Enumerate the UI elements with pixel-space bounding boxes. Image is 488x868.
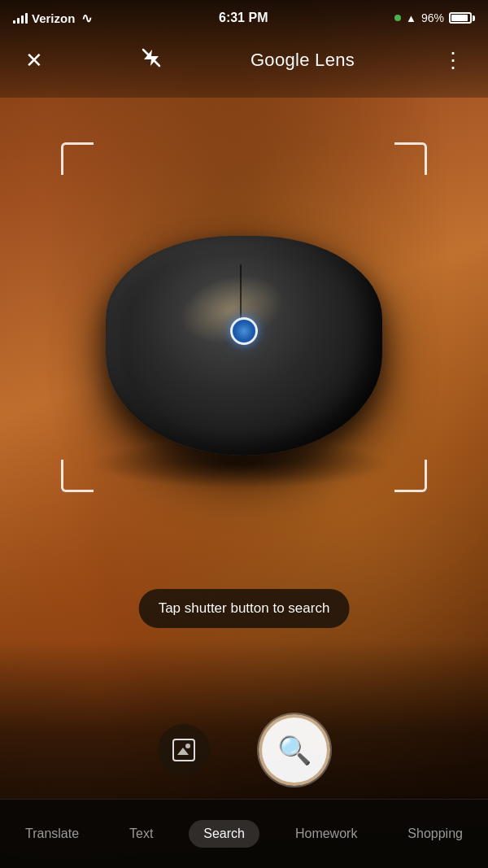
location-dot [394,15,401,21]
tab-shopping[interactable]: Shopping [393,820,477,848]
signal-bar-1 [13,20,15,24]
top-bar: ✕ Google Lens ⋮ [0,36,488,85]
tab-text[interactable]: Text [115,820,168,848]
focus-dot [230,317,258,345]
corner-top-left [61,142,94,175]
status-bar: Verizon ∿ 6:31 PM ▲ 96% [0,0,488,36]
tab-homework-label: Homework [295,827,357,841]
signal-bar-2 [17,18,20,24]
tab-shopping-label: Shopping [407,827,463,841]
status-left: Verizon ∿ [13,11,92,26]
flash-off-button[interactable] [133,42,169,78]
tooltip: Tap shutter button to search [139,589,350,628]
tab-translate[interactable]: Translate [11,820,94,848]
more-button[interactable]: ⋮ [436,42,472,78]
shutter-button[interactable]: 🔍 [259,714,330,786]
bottom-controls: 🔍 [0,701,488,799]
tab-text-label: Text [129,827,153,841]
tooltip-text: Tap shutter button to search [159,600,330,616]
carrier-name: Verizon [32,11,75,25]
close-button[interactable]: ✕ [16,42,52,78]
gallery-icon [172,739,195,761]
tab-translate-label: Translate [25,827,79,841]
battery-fill [451,15,468,21]
close-icon: ✕ [25,48,43,73]
signal-bars [13,12,28,24]
battery-body [449,12,472,24]
battery-icon [449,12,475,24]
corner-bottom-right [394,460,427,492]
battery-tip [473,15,475,21]
clock: 6:31 PM [219,11,268,25]
more-icon: ⋮ [442,48,464,73]
battery-percent: 96% [421,11,444,24]
flash-off-icon [142,48,161,72]
app-title: Google Lens [251,50,355,71]
tab-homework[interactable]: Homework [281,820,372,848]
tab-bar: Translate Text Search Homework Shopping [0,799,488,868]
corner-top-right [394,142,427,175]
status-right: ▲ 96% [394,11,475,24]
gallery-button[interactable] [158,724,210,776]
wifi-icon: ∿ [81,11,92,26]
signal-arrow: ▲ [406,12,416,24]
signal-bar-3 [21,15,24,24]
tab-search[interactable]: Search [189,820,259,848]
tab-search-label: Search [203,827,245,841]
corner-bottom-left [61,460,94,492]
signal-bar-4 [25,13,28,24]
search-icon: 🔍 [277,734,312,766]
